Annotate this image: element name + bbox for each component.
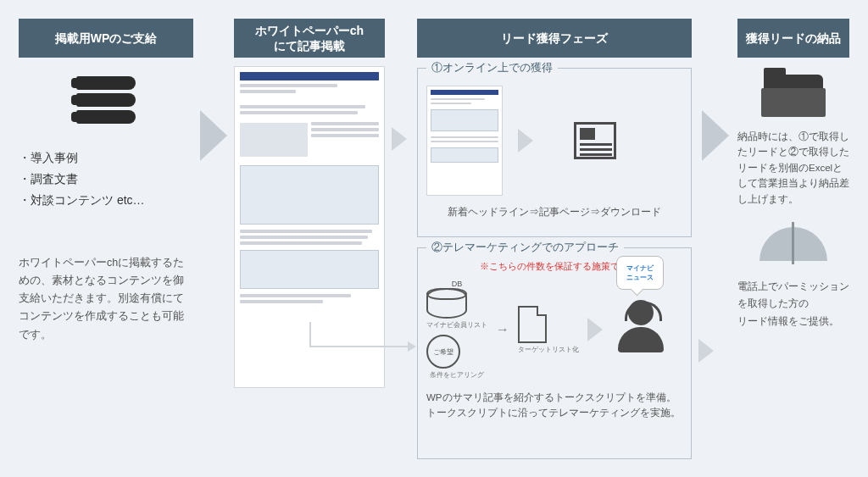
frame2-title: ②テレマーケティングでのアプローチ [426, 240, 624, 255]
frame1-title: ①オンライン上での獲得 [426, 60, 558, 75]
bullet-research: ・調査文書 [19, 169, 193, 190]
speech-bubble: マイナビ ニュース [616, 256, 664, 290]
bullet-case-study: ・導入事例 [19, 147, 193, 169]
target-list-label: ターゲットリスト化 [518, 345, 579, 354]
arrow-icon [587, 318, 603, 341]
operator-icon [611, 300, 670, 359]
db-label: DB [426, 280, 487, 288]
header-c4: 獲得リードの納品 [737, 19, 849, 58]
preference-circle-icon: ご希望 [426, 335, 460, 369]
arrow-icon [518, 129, 533, 153]
permission-lead-description: 電話上でパーミッションを取得した方の リード情報をご提供。 [737, 278, 849, 330]
bullet-interview: ・対談コンテンツ etc… [19, 190, 193, 211]
database-icon [426, 288, 467, 319]
newspaper-icon [574, 122, 616, 159]
arrow-icon: → [496, 322, 509, 337]
arrow-icon [702, 110, 729, 161]
frame1-caption: 新着ヘッドライン⇒記事ページ⇒ダウンロード [426, 206, 682, 219]
header-c2: ホワイトペーパーch にて記事掲載 [234, 19, 385, 58]
content-types-list: ・導入事例 ・調査文書 ・対談コンテンツ etc… [19, 147, 193, 212]
folder-icon [764, 75, 823, 117]
member-list-label: マイナビ会員リスト [426, 320, 487, 330]
arrow-icon [200, 110, 227, 161]
delivery-description: 納品時には、①で取得したリードと②で取得したリードを別個のExcelとして営業担… [737, 129, 849, 207]
hearing-label: 条件をヒアリング [426, 370, 487, 380]
document-icon [518, 306, 547, 343]
article-page-mini-mock [426, 86, 503, 196]
arrow-icon [392, 127, 407, 151]
header-c1: 掲載用WPのご支給 [19, 19, 193, 58]
c1-description: ホワイトペーパーchに掲載するための、素材となるコンテンツを御支給いただきます。… [19, 254, 193, 344]
frame2-description: WPのサマリ記事を紹介するトークスクリプトを準備。トークスクリプトに沿ってテレマ… [426, 390, 682, 421]
telemarketing-frame: ②テレマーケティングでのアプローチ ※こちらの件数を保証する施策です DB マイ… [417, 247, 692, 459]
header-c3: リード獲得フェーズ [417, 19, 692, 58]
books-icon [70, 76, 142, 136]
umbrella-icon [760, 227, 827, 269]
arrow-icon [698, 339, 714, 363]
online-acquisition-frame: ①オンライン上での獲得 新着ヘッドライン⇒記事ページ⇒ダウンロード [417, 68, 692, 237]
elbow-arrow-icon [309, 322, 409, 347]
